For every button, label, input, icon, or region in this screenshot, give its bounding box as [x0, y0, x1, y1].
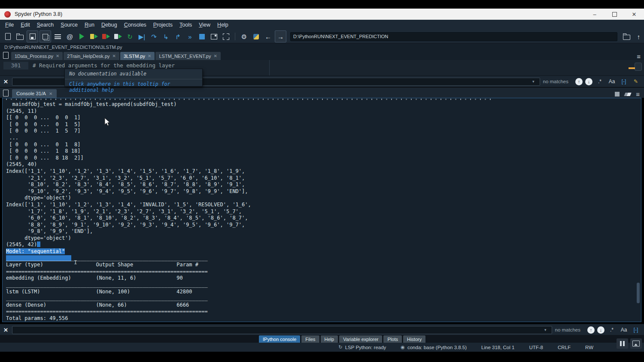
- console-options-menu-icon[interactable]: ≡: [636, 90, 640, 98]
- stop-debug-icon[interactable]: [197, 31, 207, 42]
- debug-file-icon[interactable]: ▶|: [137, 31, 147, 42]
- chevron-down-icon[interactable]: ▾: [544, 328, 547, 332]
- menu-file[interactable]: File: [2, 21, 17, 29]
- find-next-button[interactable]: ↓: [585, 78, 592, 85]
- fullscreen-icon[interactable]: [221, 31, 231, 42]
- run-selection-icon[interactable]: [112, 31, 123, 42]
- console-find-bar: ✕ ▾ no matches ↑↓.*Aa[-]: [0, 324, 644, 335]
- menu-search[interactable]: Search: [33, 21, 58, 29]
- pause-button[interactable]: [617, 338, 628, 349]
- menu-run[interactable]: Run: [81, 21, 98, 29]
- console-tab-label: Console 31/A: [16, 91, 46, 96]
- close-tab-icon[interactable]: ✕: [214, 54, 217, 58]
- save-all-icon[interactable]: [39, 30, 51, 42]
- editor-tab-3lstm-py[interactable]: 3LSTM.py✕: [120, 52, 155, 60]
- menu-edit[interactable]: Edit: [17, 21, 33, 29]
- close-tab-icon[interactable]: ✕: [148, 54, 151, 58]
- regex-toggle[interactable]: .*: [595, 77, 605, 86]
- tooltip-help-link[interactable]: Click anywhere in this tooltip for addit…: [65, 79, 202, 95]
- close-tab-icon[interactable]: ✕: [56, 54, 59, 58]
- find-next-button[interactable]: ↓: [597, 326, 605, 334]
- find-previous-button[interactable]: ↑: [575, 78, 583, 85]
- chevron-down-icon[interactable]: ▾: [532, 79, 535, 84]
- menu-consoles[interactable]: Consoles: [121, 21, 150, 29]
- plugin-tab-ipython-console[interactable]: IPython console: [259, 335, 300, 343]
- menu-source[interactable]: Source: [57, 21, 81, 29]
- forward-icon[interactable]: →: [275, 30, 286, 42]
- menu-view[interactable]: View: [195, 21, 214, 29]
- plugin-tab-help[interactable]: Help: [321, 335, 338, 343]
- console-line: ________________________________________…: [6, 282, 641, 289]
- rerun-cell-icon[interactable]: [100, 31, 111, 42]
- panes-button[interactable]: [630, 338, 642, 349]
- maximize-button[interactable]: [605, 9, 624, 20]
- whole-word-toggle[interactable]: [-]: [631, 326, 641, 334]
- plugin-tab-history[interactable]: History: [403, 335, 425, 343]
- menu-tools[interactable]: Tools: [176, 21, 195, 29]
- docstring-tooltip[interactable]: No documentation available Click anywher…: [64, 69, 203, 87]
- editor-tab-1data_process-py[interactable]: 1Data_Process.py✕: [11, 52, 63, 60]
- browse-tabs-icon[interactable]: [0, 51, 11, 60]
- browse-working-directory-icon[interactable]: [621, 31, 632, 42]
- minimize-button[interactable]: –: [585, 9, 605, 20]
- close-find-icon[interactable]: ✕: [3, 327, 12, 333]
- find-symbols-icon[interactable]: @: [64, 31, 75, 42]
- menu-help[interactable]: Help: [214, 21, 232, 29]
- working-directory-input[interactable]: [290, 32, 617, 41]
- find-symbols-icon: @: [67, 33, 73, 40]
- step-over-icon[interactable]: ↷: [149, 31, 159, 42]
- close-console-icon[interactable]: ✕: [49, 91, 52, 96]
- editor-options-menu-icon[interactable]: ≡: [633, 53, 644, 60]
- find-previous-button[interactable]: ↑: [587, 326, 595, 334]
- case-sensitive-toggle[interactable]: Aa: [607, 77, 617, 86]
- console-line: [ 0 0 0 ... 8 18 2]]: [6, 155, 641, 162]
- close-tab-icon[interactable]: ✕: [112, 54, 116, 58]
- readwrite-status: RW: [585, 345, 593, 350]
- line-number: 301: [3, 62, 28, 69]
- save-file-icon[interactable]: [27, 30, 38, 42]
- spyder-window: Spyder (Python 3.8) – ✕ FileEditSearchSo…: [0, 0, 644, 362]
- menu-debug[interactable]: Debug: [98, 21, 121, 29]
- menu-projects[interactable]: Projects: [150, 21, 176, 29]
- console-line: ========================================…: [6, 268, 641, 275]
- parent-directory-icon[interactable]: ↑: [633, 31, 644, 42]
- preferences-wrench-icon[interactable]: ⚙: [239, 31, 249, 42]
- rerun-file-icon[interactable]: ↻: [125, 31, 135, 42]
- tab-label: 1Data_Process.py: [15, 54, 53, 59]
- file-switcher-icon[interactable]: [52, 31, 63, 42]
- open-file-icon[interactable]: [15, 31, 25, 42]
- highlight-matches-toggle[interactable]: ✎: [631, 77, 641, 86]
- step-out-icon[interactable]: ↱: [173, 31, 183, 42]
- plugin-tab-variable-explorer[interactable]: Variable explorer: [339, 335, 382, 343]
- console-tab[interactable]: Console 31/A ✕: [12, 89, 57, 98]
- remove-variables-icon[interactable]: [624, 93, 632, 96]
- whole-word-toggle[interactable]: [-]: [619, 77, 629, 86]
- find-status: no matches: [543, 79, 568, 84]
- close-button[interactable]: ✕: [624, 9, 644, 20]
- debug-continue-icon[interactable]: »: [185, 31, 195, 42]
- plugin-tab-plots[interactable]: Plots: [383, 335, 401, 343]
- close-find-icon[interactable]: ✕: [3, 78, 12, 85]
- step-into-icon[interactable]: ↳: [161, 31, 171, 42]
- run-file-icon[interactable]: [76, 31, 87, 42]
- interrupt-kernel-icon[interactable]: [615, 92, 620, 97]
- new-file-icon[interactable]: [3, 31, 13, 42]
- console-output[interactable]: maindfObj_test = maindfObj_test.append(s…: [2, 98, 641, 322]
- status-label: Line 318, Col 1: [481, 345, 514, 350]
- document-icon: [3, 52, 9, 59]
- console-find-input[interactable]: [12, 326, 552, 334]
- pythonpath-manager-icon[interactable]: [251, 31, 261, 42]
- save-all-icon-shape: [43, 34, 48, 39]
- editor-tab-2train_helpdesk-py[interactable]: 2Train_HelpDesk.py✕: [64, 52, 119, 60]
- case-sensitive-toggle[interactable]: Aa: [619, 326, 629, 334]
- console-scrollbar[interactable]: [637, 283, 640, 303]
- editor-tab-lstm_next_event-py[interactable]: LSTM_NEXT_EVENT.py✕: [155, 52, 220, 60]
- plugin-tab-files[interactable]: Files: [301, 335, 319, 343]
- browse-console-tabs-icon[interactable]: [0, 88, 11, 98]
- editor-scrollbar[interactable]: [635, 63, 642, 71]
- regex-toggle[interactable]: .*: [607, 326, 617, 334]
- mouse-cursor: [104, 118, 111, 128]
- back-icon[interactable]: ←: [263, 31, 273, 42]
- run-cell-icon[interactable]: [88, 31, 99, 42]
- maximize-pane-icon[interactable]: [209, 31, 219, 42]
